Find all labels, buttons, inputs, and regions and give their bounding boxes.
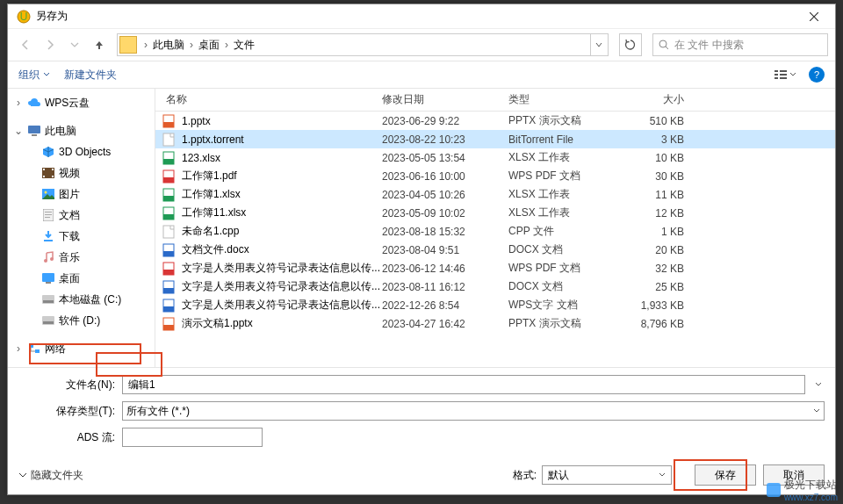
file-row[interactable]: 未命名1.cpp2023-08-18 15:32CPP 文件1 KB <box>155 222 835 241</box>
sidebar-item-network[interactable]: ›网络 <box>8 338 155 359</box>
chevron-down-icon[interactable]: ⌄ <box>13 125 24 137</box>
help-button[interactable]: ? <box>809 67 825 83</box>
column-type[interactable]: 类型 <box>508 92 614 107</box>
file-size: 3 KB <box>614 133 702 146</box>
file-size: 1 KB <box>614 226 702 238</box>
file-date: 2022-12-26 8:54 <box>382 299 508 312</box>
file-row[interactable]: 123.xlsx2023-05-05 13:54XLSX 工作表10 KB <box>155 148 835 167</box>
file-date: 2023-08-04 9:51 <box>382 244 508 256</box>
file-date: 2023-05-09 10:02 <box>382 207 508 220</box>
filename-dropdown[interactable] <box>812 381 825 388</box>
file-row[interactable]: 1.pptx2023-06-29 9:22PPTX 演示文稿510 KB <box>155 112 835 130</box>
new-folder-button[interactable]: 新建文件夹 <box>64 68 117 83</box>
file-row[interactable]: 演示文稿1.pptx2023-04-27 16:42PPTX 演示文稿8,796… <box>155 314 835 333</box>
sidebar-item-localc[interactable]: 本地磁盘 (C:) <box>8 289 155 310</box>
svg-rect-35 <box>163 133 174 146</box>
file-list[interactable]: 1.pptx2023-06-29 9:22PPTX 演示文稿510 KB1.pp… <box>155 112 835 367</box>
file-name: 工作簿11.xlsx <box>182 205 382 220</box>
svg-rect-46 <box>163 251 174 256</box>
svg-point-2 <box>659 40 666 47</box>
cloud-icon <box>27 96 41 110</box>
window-title: 另存为 <box>36 9 68 24</box>
forward-button[interactable] <box>40 34 61 55</box>
svg-text:U: U <box>20 11 28 23</box>
sidebar-item-video[interactable]: 视频 <box>8 162 155 184</box>
sidebar-item-3dobjects[interactable]: 3D Objects <box>8 141 155 162</box>
file-date: 2023-04-27 16:42 <box>382 318 508 330</box>
sidebar-item-thispc[interactable]: ⌄此电脑 <box>8 120 155 141</box>
column-size[interactable]: 大小 <box>614 92 702 107</box>
sidebar-item-documents[interactable]: 文档 <box>8 205 155 226</box>
document-icon <box>41 208 55 222</box>
chevron-right-icon: › <box>140 39 151 51</box>
recent-dropdown[interactable] <box>64 34 85 55</box>
svg-rect-26 <box>46 282 51 284</box>
organize-menu[interactable]: 组织 <box>18 68 50 83</box>
file-type: XLSX 工作表 <box>508 187 614 202</box>
file-size: 25 KB <box>614 281 702 293</box>
refresh-button[interactable] <box>619 33 642 56</box>
file-icon <box>162 280 177 294</box>
breadcrumb-item[interactable]: 桌面 <box>197 38 221 53</box>
file-name: 演示文稿1.pptx <box>182 316 382 331</box>
hide-folders-toggle[interactable]: 隐藏文件夹 <box>18 468 83 483</box>
file-name: 未命名1.cpp <box>182 224 382 239</box>
svg-rect-5 <box>775 77 778 79</box>
svg-rect-50 <box>163 288 174 293</box>
file-row[interactable]: 工作簿1.pdf2023-06-16 10:00WPS PDF 文档30 KB <box>155 167 835 185</box>
file-row[interactable]: 文字是人类用表义符号记录表达信息以传...2023-06-12 14:46WPS… <box>155 259 835 277</box>
svg-rect-31 <box>29 344 33 348</box>
file-name: 工作簿1.xlsx <box>182 187 382 202</box>
svg-rect-52 <box>163 306 174 312</box>
toolbar: 组织 新建文件夹 ? <box>8 61 835 89</box>
file-name: 文字是人类用表义符号记录表达信息以传... <box>182 261 382 276</box>
file-row[interactable]: 文字是人类用表义符号记录表达信息以传...2023-08-11 16:12DOC… <box>155 277 835 296</box>
computer-icon <box>27 124 41 138</box>
chevron-right-icon[interactable]: › <box>13 342 24 355</box>
breadcrumb[interactable]: › 此电脑 › 桌面 › 文件 <box>117 33 609 56</box>
close-button[interactable] <box>796 4 832 29</box>
sidebar-item-pictures[interactable]: 图片 <box>8 184 155 205</box>
savetype-select[interactable]: 所有文件 (*.*) <box>122 401 825 421</box>
svg-rect-9 <box>28 126 40 133</box>
svg-rect-20 <box>45 214 52 215</box>
file-row[interactable]: 文字是人类用表义符号记录表达信息以传...2022-12-26 8:54WPS文… <box>155 296 835 314</box>
breadcrumb-item[interactable]: 文件 <box>232 38 256 53</box>
file-row[interactable]: 1.pptx.torrent2023-08-22 10:23BitTorrent… <box>155 130 835 148</box>
filename-input[interactable] <box>122 375 805 394</box>
svg-rect-21 <box>45 217 50 218</box>
file-size: 10 KB <box>614 152 702 164</box>
svg-rect-34 <box>163 122 174 127</box>
svg-rect-8 <box>780 77 787 79</box>
file-type: WPS文字 文档 <box>508 298 614 313</box>
column-date[interactable]: 修改日期 <box>382 92 508 107</box>
up-button[interactable] <box>89 34 110 55</box>
chevron-right-icon[interactable]: › <box>13 97 24 109</box>
view-options-button[interactable] <box>774 68 796 81</box>
file-row[interactable]: 文档文件.docx2023-08-04 9:51DOCX 文档20 KB <box>155 241 835 259</box>
file-row[interactable]: 工作簿11.xlsx2023-05-09 10:02XLSX 工作表12 KB <box>155 204 835 222</box>
file-type: XLSX 工作表 <box>508 205 614 220</box>
file-size: 30 KB <box>614 170 702 183</box>
sidebar-item-softd[interactable]: 软件 (D:) <box>8 310 155 331</box>
file-size: 20 KB <box>614 244 702 256</box>
breadcrumb-dropdown[interactable] <box>590 34 606 55</box>
file-name: 123.xlsx <box>182 152 382 164</box>
file-type: CPP 文件 <box>508 224 614 239</box>
sidebar-item-wps[interactable]: ›WPS云盘 <box>8 92 155 113</box>
desktop-icon <box>41 271 55 285</box>
breadcrumb-item[interactable]: 此电脑 <box>151 38 186 53</box>
search-input[interactable]: 在 文件 中搜索 <box>652 33 828 56</box>
sidebar-item-desktop[interactable]: 桌面 <box>8 268 155 289</box>
sidebar-item-music[interactable]: 音乐 <box>8 247 155 268</box>
format-select[interactable]: 默认 <box>542 465 672 485</box>
back-button[interactable] <box>15 34 36 55</box>
svg-rect-32 <box>35 349 40 353</box>
file-row[interactable]: 工作簿1.xlsx2023-04-05 10:26XLSX 工作表11 KB <box>155 185 835 204</box>
save-button[interactable]: 保存 <box>695 464 756 486</box>
column-name[interactable]: 名称 <box>155 92 382 107</box>
chevron-down-icon <box>18 471 27 479</box>
sidebar-item-downloads[interactable]: 下载 <box>8 226 155 247</box>
file-date: 2023-06-16 10:00 <box>382 170 508 183</box>
ads-input[interactable] <box>122 428 263 447</box>
